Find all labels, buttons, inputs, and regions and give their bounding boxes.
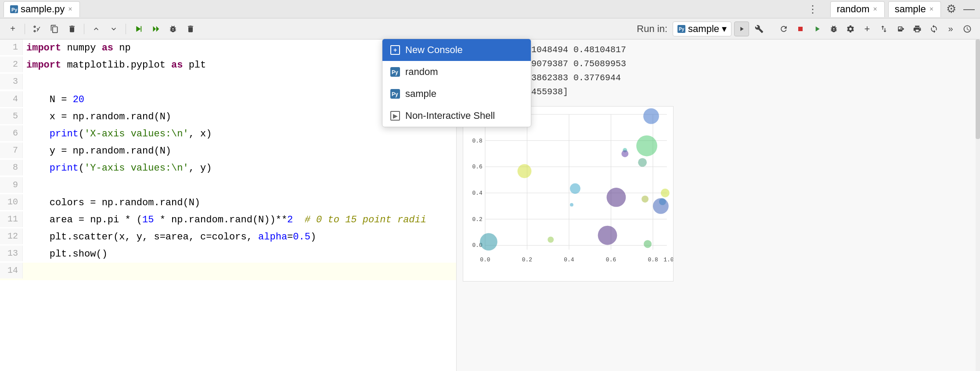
dropdown-item-random-label: random [405, 66, 438, 78]
run-in-dropdown-menu: + New Console Py random Py sample [382, 39, 531, 127]
dropdown-item-sample-label: sample [405, 88, 436, 100]
dropdown-item-non-interactive[interactable]: ▶ Non-Interactive Shell [382, 105, 531, 127]
dropdown-item-new-console[interactable]: + New Console [382, 39, 531, 61]
svg-text:Py: Py [392, 69, 398, 75]
dropdown-item-shell-label: Non-Interactive Shell [405, 110, 495, 121]
new-console-icon: + [390, 45, 400, 55]
dropdown-item-sample[interactable]: Py sample [382, 83, 531, 105]
python-sample-icon: Py [390, 89, 400, 99]
python-random-icon: Py [390, 67, 400, 77]
svg-text:Py: Py [392, 91, 398, 97]
dropdown-item-random[interactable]: Py random [382, 61, 531, 83]
dropdown-item-new-console-label: New Console [405, 44, 463, 56]
shell-icon: ▶ [390, 111, 400, 121]
dropdown-overlay[interactable]: + New Console Py random Py sample [0, 0, 980, 371]
